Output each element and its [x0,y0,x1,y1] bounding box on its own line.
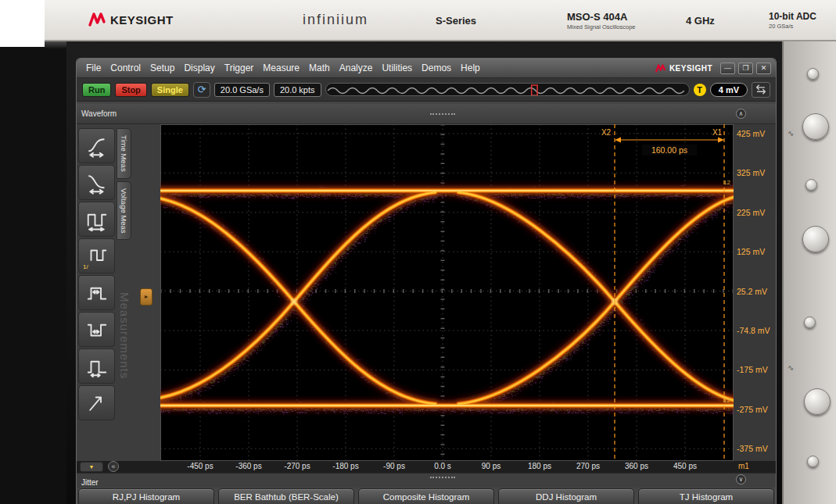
time-axis-label: 450 ps [662,462,709,470]
rise-time-icon [85,134,109,158]
trigger-level-box[interactable]: 4 mV [710,83,748,97]
channel-marker-handle[interactable]: ▸ [140,288,152,306]
voltage-axis-label: 125 mV [737,245,776,258]
measurement-button[interactable] [78,128,115,163]
single-button[interactable]: Single [151,83,189,97]
panel-knob [802,226,829,252]
jitter-tab[interactable]: DDJ Histogram [498,488,634,504]
menu-item[interactable]: Analyze [335,63,378,73]
pane-splitter-handle[interactable] [430,477,455,478]
rail-marker-bottom: 12 [723,397,730,404]
icon-label: 1/ [83,263,88,270]
measurement-button[interactable] [78,165,115,200]
maximize-button[interactable]: ❐ [738,63,753,74]
adc-block: 10-bit ADC 20 GSa/s [769,11,816,30]
time-axis-label: 90 ps [468,462,515,470]
measurement-button[interactable] [78,385,115,420]
acquisition-overview-strip[interactable] [325,83,690,96]
positive-width-icon [85,281,109,305]
voltage-axis-label: 425 mV [737,127,776,140]
time-axis-label: 270 ps [565,462,612,470]
product-family: infiniium [303,12,368,28]
adc-label: 10-bit ADC [769,11,816,22]
more-measurements-button[interactable]: ▼ [80,462,103,472]
menu-item[interactable]: Demos [417,63,456,73]
brand-name: KEYSIGHT [110,13,174,27]
pan-zoom-button[interactable] [752,82,770,98]
time-axis-label: -450 ps [177,462,224,470]
voltage-axis-label: 25.2 mV [737,285,776,298]
menu-item[interactable]: Trigger [220,63,259,73]
time-axis-label: -90 ps [371,462,418,470]
menu-item[interactable]: Utilities [377,63,417,73]
run-button[interactable]: Run [82,83,111,97]
tab-voltage-meas[interactable]: Voltage Meas [117,181,131,241]
memory-depth-box[interactable]: 20.0 kpts [274,83,321,97]
menu-item[interactable]: Math [304,63,335,73]
measurement-button[interactable] [78,349,115,384]
scope-application-window: FileControlSetupDisplayTriggerMeasureMat… [76,58,777,504]
voltage-axis-label: -375 mV [737,442,776,455]
pan-zoom-icon [754,84,768,95]
acquisition-toolbar: Run Stop Single ⟳ 20.0 GSa/s 20.0 kpts T… [77,78,776,102]
sample-rate-box[interactable]: 20.0 GSa/s [214,83,270,97]
menu-item[interactable]: Help [456,63,485,73]
cursor-delta-label: 160.00 ps [651,145,687,155]
voltage-axis-labels: 425 mV325 mV225 mV125 mV25.2 mV-74.8 mV-… [737,127,776,455]
jitter-tab[interactable]: Composite Histogram [358,488,494,504]
negative-width-icon [85,318,109,341]
time-axis-label: 0.0 s [419,462,466,470]
time-axis-label: -180 ps [322,462,369,470]
instrument-top-bezel: KEYSIGHT infiniium S-Series MSO-S 404A M… [45,0,836,41]
measurements-watermark: Measurements [118,292,131,379]
rail-marker-top: 12 [723,179,730,186]
measurement-button[interactable] [78,312,115,347]
waveform-symbol-icon: ∿ [788,363,794,372]
trigger-icon[interactable]: T [694,84,706,96]
panel-button [804,316,816,328]
acquisition-window-marker[interactable] [531,85,536,95]
menu-item[interactable]: File [81,63,106,73]
pane-splitter-handle[interactable] [430,113,455,115]
model-block: MSO-S 404A Mixed Signal Oscilloscope [567,11,636,30]
menu-item[interactable]: Display [179,63,219,73]
eye-diagram-trace [160,191,734,406]
measurement-button[interactable]: 1/ [78,238,115,273]
time-axis-label: 360 ps [613,462,660,470]
model-number: MSO-S 404A [567,11,636,23]
oscilloscope-screenshot: KEYSIGHT infiniium S-Series MSO-S 404A M… [0,0,836,504]
jitter-tab[interactable]: TJ Histogram [638,488,774,504]
close-button[interactable]: ✕ [756,63,771,74]
collapse-sidebar-button[interactable]: « [108,461,119,472]
voltage-axis-label: -175 mV [737,363,776,376]
time-axis-label: 180 ps [516,462,563,470]
jitter-pane-tab[interactable]: Jitter [81,478,99,487]
waveform-plot[interactable]: X2 X1 160.00 ps 12 12 [160,124,734,461]
clear-display-button[interactable]: ⟳ [193,82,210,98]
voltage-axis-label: 225 mV [737,206,776,219]
jitter-tab[interactable]: BER Bathtub (BER-Scale) [218,488,354,504]
menu-item[interactable]: Measure [258,63,304,73]
waveform-pane-tab[interactable]: Waveform [81,109,117,118]
measurement-tabs: Time Meas Voltage Meas [117,128,134,242]
minimize-button[interactable]: — [720,63,735,74]
measurement-button[interactable] [78,202,115,237]
period-icon [85,208,109,231]
waveform-pane-header: Waveform ∧ [77,104,776,124]
keysight-logo-icon [655,63,666,73]
model-description: Mixed Signal Oscilloscope [567,23,636,30]
tab-time-meas[interactable]: Time Meas [117,128,131,179]
jitter-tab[interactable]: RJ,PJ Histogram [78,488,214,504]
collapse-pane-button[interactable]: ∧ [736,109,746,119]
jitter-tabs: RJ,PJ HistogramBER Bathtub (BER-Scale)Co… [78,488,774,504]
menu-item[interactable]: Control [106,63,145,73]
voltage-axis-label: -275 mV [737,403,776,416]
jitter-pane-header: ∨ Jitter [77,473,776,488]
voltage-axis-label: 325 mV [737,166,776,179]
menubar-brand: KEYSIGHT [669,64,712,73]
stop-button[interactable]: Stop [115,83,146,97]
measurement-button[interactable] [78,275,115,310]
collapse-pane-button[interactable]: ∨ [736,474,746,484]
menu-item[interactable]: Setup [145,63,179,73]
front-panel-controls: ∿ ∿ [782,41,836,504]
